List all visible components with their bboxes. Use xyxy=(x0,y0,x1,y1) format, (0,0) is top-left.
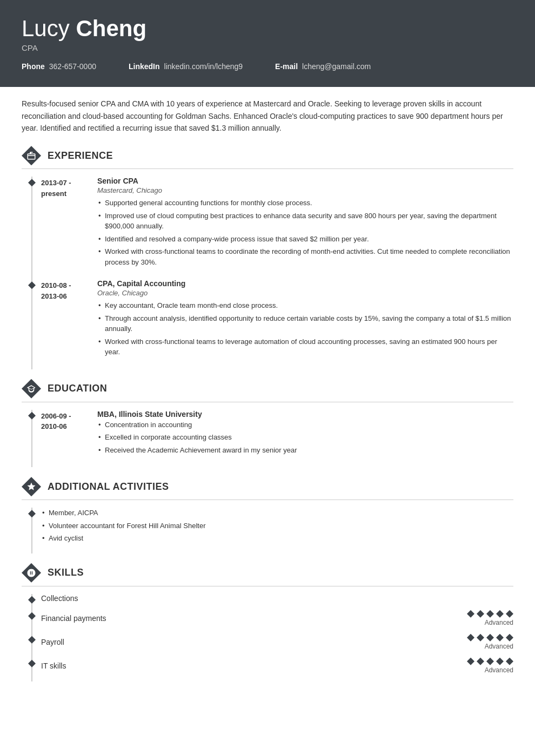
skill-collections: Collections xyxy=(32,594,513,603)
briefcase-icon xyxy=(26,151,36,160)
dot-2 xyxy=(477,610,484,618)
contact-phone: Phone 362-657-0000 xyxy=(22,62,96,71)
section-activities: ADDITIONAL ACTIVITIES Member, AICPA Volu… xyxy=(22,477,513,554)
education-entry-1: 2006-09 -2010-06 MBA, Illinois State Uni… xyxy=(32,410,513,458)
phone-value: 362-657-0000 xyxy=(49,62,96,71)
candidate-name: Lucy Cheng xyxy=(22,16,513,41)
education-title: EDUCATION xyxy=(48,383,107,394)
contact-list: Phone 362-657-0000 LinkedIn linkedin.com… xyxy=(22,62,513,74)
bullet-item: Worked with cross-functional teams to le… xyxy=(97,336,513,357)
bullet-item: Volunteer accountant for Forest Hill Ani… xyxy=(41,521,205,531)
activities-timeline: Member, AICPA Volunteer accountant for F… xyxy=(31,508,513,554)
job-title-1: Senior CPA xyxy=(97,177,513,185)
skills-title: SKILLS xyxy=(48,567,84,578)
section-experience-header: EXPERIENCE xyxy=(22,146,513,169)
skill-rating-payroll: Advanced xyxy=(449,634,513,650)
education-icon xyxy=(22,379,41,399)
body-1: Senior CPA Mastercard, Chicago Supported… xyxy=(92,177,513,269)
skills-timeline: Collections Financial payments Advanced xyxy=(31,594,513,681)
date-1: 2013-07 -present xyxy=(32,177,92,269)
dot-3 xyxy=(486,658,494,665)
skill-financial-payments: Financial payments Advanced xyxy=(32,610,513,626)
skill-rating-it: Advanced xyxy=(449,658,513,674)
phone-label: Phone xyxy=(22,62,45,71)
section-education-header: EDUCATION xyxy=(22,379,513,402)
section-skills-header: SKILLS xyxy=(22,563,513,586)
dot-3 xyxy=(486,610,494,618)
dot-3 xyxy=(486,634,494,642)
email-label: E-mail xyxy=(275,62,298,71)
first-name: Lucy xyxy=(22,16,76,41)
email-value: lcheng@gamail.com xyxy=(302,62,371,71)
skill-dots-financial xyxy=(467,610,513,618)
experience-title: EXPERIENCE xyxy=(48,150,113,161)
activities-entry: Member, AICPA Volunteer accountant for F… xyxy=(32,508,513,546)
dot-2 xyxy=(477,658,484,665)
summary-text: Results-focused senior CPA and CMA with … xyxy=(22,98,513,134)
resume-body: Results-focused senior CPA and CMA with … xyxy=(0,87,535,713)
contact-linkedin: LinkedIn linkedin.com/in/lcheng9 xyxy=(129,62,243,71)
resume-header: Lucy Cheng CPA Phone 362-657-0000 Linked… xyxy=(0,0,535,87)
skill-rating-financial: Advanced xyxy=(449,610,513,626)
linkedin-label: LinkedIn xyxy=(129,62,160,71)
skill-level-it: Advanced xyxy=(485,666,513,674)
edu-body-1: MBA, Illinois State University Concentra… xyxy=(92,410,513,458)
skill-it: IT skills Advanced xyxy=(32,658,513,674)
activities-title: ADDITIONAL ACTIVITIES xyxy=(48,481,169,492)
bullet-item: Member, AICPA xyxy=(41,508,205,518)
skill-name-payroll: Payroll xyxy=(32,638,449,646)
bullets-2: Key accountant, Oracle team month-end cl… xyxy=(97,300,513,357)
bullet-item: Excelled in corporate accounting classes xyxy=(97,432,513,443)
skill-level-payroll: Advanced xyxy=(485,643,513,650)
act-bullets: Member, AICPA Volunteer accountant for F… xyxy=(41,508,205,544)
section-experience: EXPERIENCE 2013-07 -present Senior CPA M… xyxy=(22,146,513,369)
company-2: Oracle, Chicago xyxy=(97,289,513,297)
contact-email: E-mail lcheng@gamail.com xyxy=(275,62,371,71)
dot-4 xyxy=(496,634,504,642)
bullet-item: Improved use of cloud computing best pra… xyxy=(97,211,513,232)
dot-1 xyxy=(467,634,474,642)
section-skills: SKILLS Collections Financial payments xyxy=(22,563,513,681)
skill-payroll: Payroll Advanced xyxy=(32,634,513,650)
edu-date-1: 2006-09 -2010-06 xyxy=(32,410,92,458)
job-title-2: CPA, Capital Accounting xyxy=(97,279,513,288)
activities-icon xyxy=(22,477,41,496)
bullet-item: Received the Academic Achievement award … xyxy=(97,445,513,456)
experience-timeline: 2013-07 -present Senior CPA Mastercard, … xyxy=(31,177,513,369)
skill-dots-it xyxy=(467,658,513,665)
bullet-item: Avid cyclist xyxy=(41,533,205,544)
dot-1 xyxy=(467,658,474,665)
skill-name-collections: Collections xyxy=(32,594,513,603)
bullet-item: Identified and resolved a company-wide p… xyxy=(97,234,513,245)
candidate-title: CPA xyxy=(22,43,513,52)
skill-name-financial: Financial payments xyxy=(32,614,449,623)
bullet-item: Through account analysis, identified opp… xyxy=(97,313,513,334)
edu-degree-1: MBA, Illinois State University xyxy=(97,410,513,418)
skill-level-financial: Advanced xyxy=(485,619,513,626)
dot-4 xyxy=(496,658,504,665)
linkedin-value: linkedin.com/in/lcheng9 xyxy=(164,62,243,71)
bullet-item: Worked with cross-functional teams to co… xyxy=(97,246,513,267)
skills-icon xyxy=(22,563,41,583)
skill-name-it: IT skills xyxy=(32,662,449,670)
dot-2 xyxy=(477,634,484,642)
section-activities-header: ADDITIONAL ACTIVITIES xyxy=(22,477,513,500)
company-1: Mastercard, Chicago xyxy=(97,186,513,194)
experience-entry-2: 2010-08 -2013-06 CPA, Capital Accounting… xyxy=(32,279,513,360)
bullet-item: Key accountant, Oracle team month-end cl… xyxy=(97,300,513,311)
star-icon xyxy=(26,482,36,491)
experience-icon xyxy=(22,146,41,165)
skill-dots-payroll xyxy=(467,634,513,642)
dot-4 xyxy=(496,610,504,618)
skills-svg-icon xyxy=(26,568,36,578)
act-body: Member, AICPA Volunteer accountant for F… xyxy=(32,508,205,546)
dot-1 xyxy=(467,610,474,618)
section-education: EDUCATION 2006-09 -2010-06 MBA, Illinois… xyxy=(22,379,513,468)
bullets-1: Supported general accounting functions f… xyxy=(97,198,513,267)
date-2: 2010-08 -2013-06 xyxy=(32,279,92,360)
last-name: Cheng xyxy=(76,16,146,41)
dot-5 xyxy=(506,610,513,618)
body-2: CPA, Capital Accounting Oracle, Chicago … xyxy=(92,279,513,360)
dot-5 xyxy=(506,634,513,642)
graduation-icon xyxy=(26,384,36,394)
